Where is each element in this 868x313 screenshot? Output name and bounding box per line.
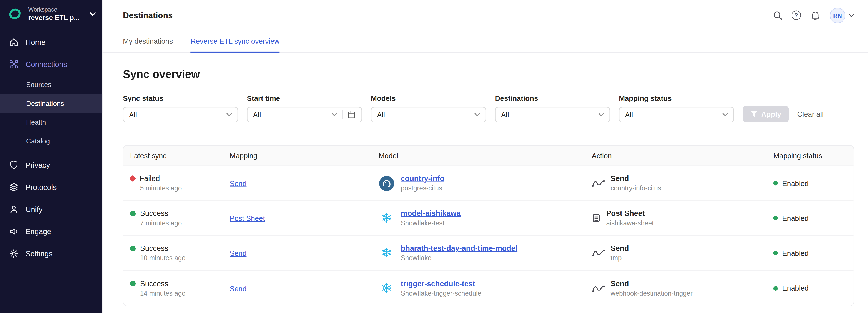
sidebar-item-health[interactable]: Health — [0, 113, 102, 132]
sync-overview-table: Latest sync Mapping Model Action Mapping… — [123, 145, 854, 306]
enabled-dot-icon — [773, 216, 778, 220]
models-select[interactable]: All — [371, 107, 486, 122]
tab-reverse-etl-sync-overview[interactable]: Reverse ETL sync overview — [191, 30, 279, 53]
home-icon — [9, 37, 19, 47]
sidebar-item-label: Home — [25, 38, 45, 46]
success-status-icon — [130, 246, 135, 251]
tab-my-destinations[interactable]: My destinations — [123, 30, 173, 53]
action-target: country-info-citus — [611, 184, 661, 192]
model-source: Snowflake-test — [401, 219, 461, 227]
apply-button[interactable]: Apply — [743, 106, 789, 122]
workspace-label: Workspace — [28, 6, 80, 13]
help-icon[interactable] — [792, 10, 801, 20]
sidebar: Workspace reverse ETL p... Home Connecti… — [0, 0, 102, 313]
workspace-switcher[interactable]: Workspace reverse ETL p... — [0, 0, 102, 29]
column-header-mapping: Mapping — [223, 152, 372, 160]
start-time-select[interactable]: All — [247, 107, 362, 122]
mapping-status-text: Enabled — [782, 179, 809, 187]
mapping-link[interactable]: Send — [230, 284, 246, 292]
sidebar-item-label: Engage — [25, 227, 51, 236]
sync-status-text: Success — [140, 279, 168, 288]
sidebar-item-connections[interactable]: Connections — [0, 53, 102, 75]
layers-icon — [9, 182, 19, 192]
model-link[interactable]: country-info — [401, 174, 444, 183]
filter-mapping-status: Mapping status All — [619, 94, 734, 122]
table-row: Success 14 minutes ago Send trigger-sche… — [123, 271, 854, 306]
bell-icon[interactable] — [810, 10, 820, 20]
action-target: webhook-destination-trigger — [611, 289, 693, 297]
filter-models: Models All — [371, 94, 486, 122]
column-header-action: Action — [585, 152, 767, 160]
webhook-icon — [592, 249, 605, 257]
mapping-link[interactable]: Send — [230, 249, 246, 257]
chevron-down-icon — [598, 113, 604, 116]
content: Sync overview Sync status All Start time… — [102, 53, 868, 306]
sidebar-item-label: Unify — [25, 205, 42, 214]
top-header: Destinations RN — [102, 0, 868, 30]
chevron-down-icon — [849, 13, 854, 17]
mapping-status-text: Enabled — [782, 249, 809, 257]
sidebar-item-unify[interactable]: Unify — [0, 198, 102, 220]
model-source: postgres-citus — [401, 184, 444, 192]
action-name: Send — [611, 279, 693, 288]
page-title: Destinations — [123, 10, 173, 20]
chevron-down-icon — [226, 113, 232, 116]
clear-all-link[interactable]: Clear all — [797, 110, 824, 119]
filter-label: Mapping status — [619, 94, 734, 102]
sidebar-item-sources[interactable]: Sources — [0, 75, 102, 94]
shield-icon — [9, 160, 19, 170]
divider — [342, 110, 343, 119]
subnav-label: Sources — [26, 81, 52, 89]
tab-label: Reverse ETL sync overview — [191, 37, 279, 45]
sync-time: 7 minutes ago — [140, 219, 223, 227]
table-header: Latest sync Mapping Model Action Mapping… — [123, 146, 854, 166]
column-header-model: Model — [372, 152, 585, 160]
subnav-label: Catalog — [26, 137, 50, 145]
mapping-status-text: Enabled — [782, 284, 809, 292]
snowflake-icon — [379, 210, 395, 226]
model-link[interactable]: bharath-test-day-and-time-model — [401, 244, 518, 252]
model-link[interactable]: model-aishikawa — [401, 209, 461, 218]
filter-label: Destinations — [495, 94, 610, 102]
chevron-down-icon — [474, 113, 480, 116]
sidebar-item-catalog[interactable]: Catalog — [0, 132, 102, 151]
success-status-icon — [130, 281, 135, 286]
mapping-link[interactable]: Send — [230, 179, 246, 188]
user-menu[interactable]: RN — [830, 7, 854, 23]
filter-label: Sync status — [123, 94, 238, 102]
model-source: Snowflake — [401, 254, 518, 262]
sync-status-select[interactable]: All — [123, 107, 238, 122]
postgres-icon — [379, 175, 395, 191]
sync-status-text: Success — [140, 209, 168, 218]
sidebar-item-privacy[interactable]: Privacy — [0, 154, 102, 176]
mapping-status-select[interactable]: All — [619, 107, 734, 122]
sidebar-item-engage[interactable]: Engage — [0, 220, 102, 243]
sidebar-nav: Home Connections Sources Destinations He… — [0, 31, 102, 265]
action-name: Post Sheet — [606, 209, 654, 218]
sidebar-item-home[interactable]: Home — [0, 31, 102, 53]
calendar-icon[interactable] — [347, 110, 356, 119]
sidebar-item-settings[interactable]: Settings — [0, 243, 102, 265]
table-row: Failed 5 minutes ago Send country-info p… — [123, 166, 854, 201]
sidebar-item-protocols[interactable]: Protocols — [0, 176, 102, 198]
sidebar-item-label: Protocols — [25, 183, 57, 191]
filter-sync-status: Sync status All — [123, 94, 238, 122]
success-status-icon — [130, 211, 135, 216]
search-icon[interactable] — [773, 10, 782, 20]
model-source: Snowflake-trigger-schedule — [401, 289, 481, 297]
avatar[interactable]: RN — [830, 7, 845, 23]
action-target: tmp — [611, 254, 629, 262]
destinations-select[interactable]: All — [495, 107, 610, 122]
mapping-link[interactable]: Post Sheet — [230, 214, 265, 223]
action-name: Send — [611, 244, 629, 252]
select-value: All — [377, 111, 385, 119]
sidebar-item-destinations[interactable]: Destinations — [0, 94, 102, 113]
tab-label: My destinations — [123, 37, 173, 45]
app-window: Workspace reverse ETL p... Home Connecti… — [0, 0, 868, 313]
action-name: Send — [611, 174, 661, 183]
sidebar-item-label: Settings — [25, 250, 52, 258]
connections-icon — [9, 59, 19, 69]
snowflake-icon — [379, 280, 395, 296]
filter-start-time: Start time All — [247, 94, 362, 122]
model-link[interactable]: trigger-schedule-test — [401, 279, 481, 288]
